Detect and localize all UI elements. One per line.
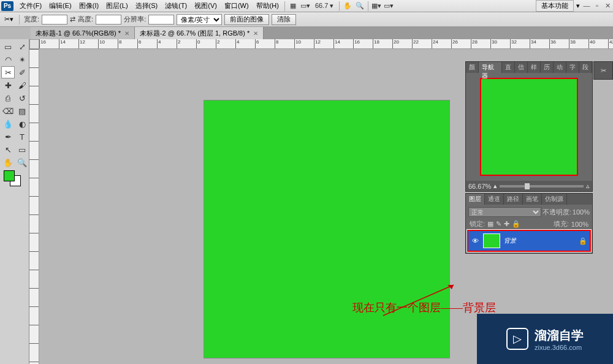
- menu-select[interactable]: 选择(S): [132, 0, 162, 12]
- panel-tab-color[interactable]: 颜: [466, 62, 479, 73]
- visibility-icon[interactable]: 👁: [471, 237, 479, 245]
- zoom-tool-icon[interactable]: 🔍: [355, 1, 365, 11]
- panel-tab-para[interactable]: 段: [579, 62, 592, 73]
- annotation-text: 现在只有一个图层——背景层: [352, 300, 496, 315]
- panel-tab-channels[interactable]: 通道: [485, 194, 504, 205]
- arrange-docs-icon[interactable]: ▦▾: [371, 1, 381, 11]
- unit-select[interactable]: 像素/英寸: [177, 14, 222, 25]
- marquee-tool-icon[interactable]: ⤢: [15, 40, 29, 53]
- panel-tab-info[interactable]: 信: [515, 62, 528, 73]
- panel-tab-history[interactable]: 历: [541, 62, 554, 73]
- hand-tool-icon[interactable]: ✋: [343, 1, 352, 11]
- layer-background[interactable]: 👁 背景 🔒: [467, 230, 591, 252]
- crop-tool-icon[interactable]: ✂▾: [2, 13, 15, 26]
- history-brush-icon[interactable]: ↺: [15, 92, 29, 104]
- window-controls: — ▫ ✕: [582, 2, 612, 10]
- gradient-tool-icon[interactable]: ▨: [15, 105, 29, 117]
- lock-pos-icon[interactable]: ✚: [504, 220, 509, 228]
- menu-layer[interactable]: 图层(L): [102, 0, 131, 12]
- panel-tab-paths[interactable]: 路径: [504, 194, 523, 205]
- zoom-out-icon[interactable]: ▴: [493, 182, 497, 190]
- tab-close-icon[interactable]: ✕: [253, 30, 258, 37]
- blur-tool-icon[interactable]: 💧: [1, 118, 15, 130]
- collapsed-panel-icon[interactable]: ✂: [593, 61, 613, 80]
- vertical-ruler: [29, 49, 39, 364]
- panel-tab-layers[interactable]: 图层: [466, 194, 485, 205]
- doc-tab-label: 未标题-2 @ 66.7% (图层 1, RGB/8) *: [140, 29, 249, 38]
- foreground-color[interactable]: [4, 170, 15, 181]
- options-bar: ✂▾ 宽度: ⇄ 高度: 分辨率: 像素/英寸 前面的图像 清除: [0, 12, 613, 27]
- eyedropper-tool-icon[interactable]: ✐: [15, 66, 29, 78]
- close-icon[interactable]: ✕: [603, 2, 612, 10]
- lock-pixel-icon[interactable]: ✎: [496, 220, 501, 228]
- clear-button[interactable]: 清除: [272, 14, 296, 25]
- menu-image[interactable]: 图像(I): [75, 0, 102, 12]
- fill-value[interactable]: 100%: [571, 221, 588, 228]
- zoom-level[interactable]: 66.7 ▾: [315, 2, 333, 10]
- doc-tab-1[interactable]: 未标题-1 @ 66.7%(RGB/8) * ✕: [31, 27, 135, 39]
- shape-tool-icon[interactable]: ▭: [15, 143, 29, 156]
- fill-label: 填充:: [554, 219, 569, 229]
- menu-window[interactable]: 窗口(W): [221, 0, 253, 12]
- stamp-tool-icon[interactable]: ⎙: [1, 92, 15, 104]
- crop-tool-icon[interactable]: ✂: [1, 66, 15, 78]
- menu-filter[interactable]: 滤镜(T): [161, 0, 191, 12]
- navigator-zoom-value[interactable]: 66.67%: [468, 183, 491, 190]
- panel-tab-styles[interactable]: 样: [528, 62, 541, 73]
- panel-tab-navigator[interactable]: 导航器: [479, 62, 502, 73]
- layer-thumbnail[interactable]: [483, 233, 500, 248]
- height-input[interactable]: [96, 15, 121, 25]
- type-tool-icon[interactable]: T: [15, 131, 29, 143]
- watermark-url: zixue.3d66.com: [535, 344, 584, 351]
- front-image-button[interactable]: 前面的图像: [224, 14, 269, 25]
- workspace-button[interactable]: 基本功能: [536, 0, 574, 12]
- workspace-menu-icon[interactable]: ▾: [576, 2, 580, 10]
- panel-tab-brushes[interactable]: 画笔: [523, 194, 542, 205]
- menu-edit[interactable]: 编辑(E): [45, 0, 75, 12]
- panel-tab-actions[interactable]: 动: [554, 62, 566, 73]
- lock-all-icon[interactable]: 🔒: [512, 220, 520, 228]
- menu-file[interactable]: 文件(F): [16, 0, 45, 12]
- zoom-slider[interactable]: [500, 185, 584, 188]
- wand-tool-icon[interactable]: ✴: [15, 53, 29, 66]
- lock-label: 锁定:: [470, 219, 485, 229]
- lasso-tool-icon[interactable]: ◠: [1, 53, 15, 66]
- width-input[interactable]: [42, 15, 67, 25]
- zoom-tool-icon[interactable]: 🔍: [15, 156, 29, 169]
- app-logo: Ps: [1, 1, 13, 11]
- color-swatches[interactable]: [1, 169, 29, 188]
- menu-help[interactable]: 帮助(H): [253, 0, 283, 12]
- eraser-tool-icon[interactable]: ⌫: [1, 105, 15, 117]
- layer-name-label[interactable]: 背景: [504, 237, 575, 245]
- swap-icon[interactable]: ⇄: [70, 15, 75, 23]
- panel-tab-clone[interactable]: 仿制源: [542, 194, 567, 205]
- dodge-tool-icon[interactable]: ◐: [15, 118, 29, 130]
- screen-mode-icon[interactable]: ▭▾: [300, 1, 310, 11]
- menu-view[interactable]: 视图(V): [191, 0, 221, 12]
- opacity-label: 不透明度:: [543, 208, 571, 217]
- navigator-thumbnail[interactable]: [480, 78, 578, 176]
- panel-tab-histogram[interactable]: 直: [502, 62, 515, 73]
- hand-tool-icon[interactable]: ✋: [1, 156, 15, 169]
- doc-tab-2[interactable]: 未标题-2 @ 66.7% (图层 1, RGB/8) * ✕: [135, 27, 264, 39]
- tab-close-icon[interactable]: ✕: [124, 30, 129, 37]
- opacity-value[interactable]: 100%: [573, 208, 590, 216]
- launch-bridge-icon[interactable]: ▦: [288, 1, 298, 11]
- panel-tab-char[interactable]: 字: [566, 62, 579, 73]
- document-tabs: 未标题-1 @ 66.7%(RGB/8) * ✕ 未标题-2 @ 66.7% (…: [31, 27, 613, 39]
- blend-mode-select[interactable]: 正常: [468, 207, 541, 217]
- path-select-icon[interactable]: ↖: [1, 143, 15, 156]
- toolbox: ▭ ⤢ ◠ ✴ ✂ ✐ ✚ 🖌 ⎙ ↺ ⌫ ▨ 💧 ◐ ✒ T ↖ ▭ ✋ 🔍: [0, 39, 29, 364]
- pen-tool-icon[interactable]: ✒: [1, 131, 15, 143]
- minimize-icon[interactable]: —: [582, 2, 591, 9]
- resolution-input[interactable]: [148, 15, 174, 25]
- lock-trans-icon[interactable]: ▦: [487, 220, 493, 228]
- brush-tool-icon[interactable]: 🖌: [15, 79, 29, 91]
- heal-tool-icon[interactable]: ✚: [1, 79, 15, 91]
- zoom-in-icon[interactable]: ▵: [586, 182, 590, 190]
- layers-panel: 图层 通道 路径 画笔 仿制源 正常 不透明度: 100% 锁定: ▦ ✎ ✚ …: [465, 193, 593, 254]
- canvas[interactable]: [204, 100, 449, 358]
- move-tool-icon[interactable]: ▭: [1, 40, 15, 53]
- maximize-icon[interactable]: ▫: [593, 2, 601, 9]
- screen-mode2-icon[interactable]: ▭▾: [384, 1, 394, 11]
